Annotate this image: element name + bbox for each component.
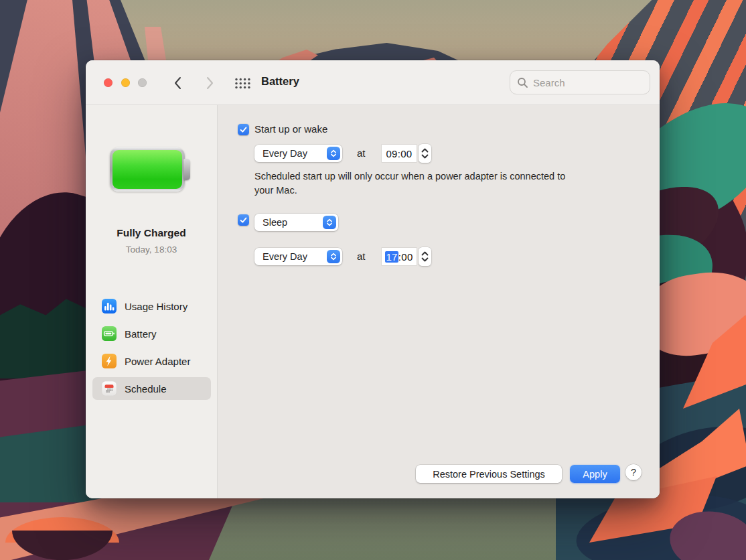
- power-adapter-icon: [102, 354, 117, 368]
- back-button[interactable]: [169, 74, 188, 92]
- sleep-at-label: at: [357, 251, 366, 262]
- forward-button[interactable]: [200, 74, 219, 92]
- sidebar: Fully Charged Today, 18:03 Usage History: [86, 105, 218, 498]
- sidebar-item-battery[interactable]: Battery: [92, 322, 211, 345]
- sleep-frequency-value: Every Day: [263, 251, 307, 262]
- window-title: Battery: [261, 75, 299, 88]
- startup-checkbox[interactable]: [238, 124, 249, 135]
- help-button[interactable]: ?: [625, 464, 642, 480]
- battery-graphic-charge: [113, 150, 182, 189]
- schedule-icon: [102, 381, 117, 396]
- battery-status-graphic: [110, 147, 190, 192]
- battery-icon: [102, 326, 117, 341]
- usage-history-icon: [102, 299, 117, 313]
- minimize-button[interactable]: [121, 78, 130, 87]
- sidebar-item-power-adapter[interactable]: Power Adapter: [92, 350, 211, 372]
- stepper-up-icon: [421, 251, 429, 256]
- sleep-time-stepper[interactable]: [419, 247, 431, 266]
- apply-button[interactable]: Apply: [570, 465, 620, 483]
- grid-icon: [234, 77, 251, 90]
- search-field[interactable]: [510, 70, 650, 94]
- sleep-action-select[interactable]: Sleep: [254, 214, 338, 231]
- startup-time-value: 09:00: [386, 148, 412, 159]
- sleep-frequency-select[interactable]: Every Day: [254, 248, 342, 265]
- sidebar-item-schedule[interactable]: Schedule: [92, 377, 211, 400]
- chevron-left-icon: [171, 74, 185, 92]
- startup-time-input[interactable]: 09:00: [382, 145, 417, 162]
- sleep-checkbox[interactable]: [238, 214, 249, 226]
- stepper-down-icon: [421, 257, 429, 262]
- sidebar-item-usage-history[interactable]: Usage History: [92, 295, 211, 318]
- stepper-up-icon: [421, 148, 429, 153]
- search-icon: [517, 77, 528, 88]
- search-input[interactable]: [533, 77, 643, 88]
- stepper-down-icon: [421, 154, 429, 159]
- show-all-button[interactable]: [233, 75, 252, 91]
- popup-chevrons-icon: [327, 250, 340, 263]
- popup-chevrons-icon: [327, 147, 340, 160]
- sidebar-item-label: Usage History: [125, 301, 188, 312]
- startup-at-label: at: [357, 147, 366, 159]
- schedule-pane: Start up or wake Every Day at 09:00 Sche…: [218, 105, 660, 498]
- sleep-time-input[interactable]: 17:00: [382, 248, 417, 265]
- sleep-time-rest: :00: [398, 251, 413, 263]
- startup-note: Scheduled start up will only occur when …: [254, 169, 569, 197]
- startup-frequency-select[interactable]: Every Day: [254, 145, 342, 162]
- popup-chevrons-icon: [323, 216, 336, 229]
- zoom-button[interactable]: [138, 78, 147, 87]
- restore-previous-settings-button[interactable]: Restore Previous Settings: [416, 465, 562, 483]
- battery-preferences-window: Battery Fully Charged Today, 18:03: [86, 60, 660, 498]
- sleep-time-selected-segment: 17: [385, 251, 398, 263]
- close-button[interactable]: [104, 78, 113, 87]
- sleep-action-value: Sleep: [263, 217, 287, 228]
- titlebar: Battery: [86, 60, 660, 105]
- battery-graphic-body: [110, 147, 185, 192]
- startup-frequency-value: Every Day: [263, 148, 307, 159]
- battery-graphic-terminal: [183, 159, 190, 180]
- startup-checkbox-label: Start up or wake: [254, 123, 327, 135]
- startup-time-stepper[interactable]: [419, 144, 431, 163]
- chevron-right-icon: [202, 74, 217, 92]
- sidebar-item-label: Battery: [125, 328, 157, 340]
- sidebar-item-label: Power Adapter: [125, 356, 190, 367]
- checkmark-icon: [239, 125, 248, 134]
- checkmark-icon: [239, 216, 248, 224]
- battery-status-subtitle: Today, 18:03: [86, 244, 217, 255]
- battery-status-title: Fully Charged: [86, 227, 217, 239]
- sidebar-item-label: Schedule: [125, 383, 167, 395]
